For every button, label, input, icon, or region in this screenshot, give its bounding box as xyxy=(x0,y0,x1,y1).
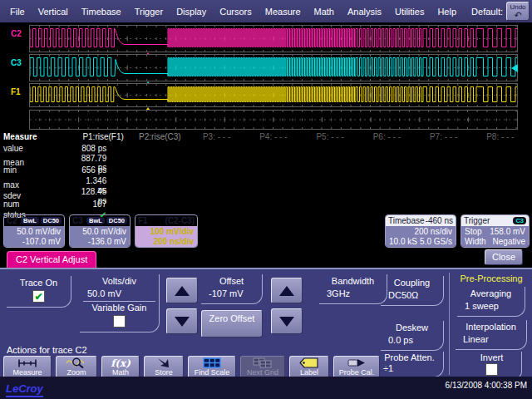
next-grid-button[interactable]: Next Grid xyxy=(240,356,285,378)
invert-group: Invert xyxy=(462,352,522,380)
volts-div-up-button[interactable] xyxy=(166,278,198,303)
probe-cal-button[interactable]: Probe Cal. xyxy=(333,356,380,378)
zoom-icon xyxy=(66,357,87,368)
measure-column-p6[interactable]: P6: - - - xyxy=(358,132,415,141)
down-arrow-icon xyxy=(175,317,190,327)
deskew-label: Deskew xyxy=(384,322,440,334)
menu-item-timebase[interactable]: Timebase xyxy=(75,4,128,19)
trigger-header: Trigger C3 xyxy=(461,215,529,226)
channel-label-f1[interactable]: F1 xyxy=(11,87,21,96)
descriptor-c2-header: C2 BwL DC50 xyxy=(4,215,64,226)
deskew-field[interactable]: 0.0 ps xyxy=(384,334,440,347)
probe-atten-field[interactable]: ÷1 xyxy=(379,363,440,374)
coupling-label: Coupling xyxy=(384,277,440,289)
trace-c2 xyxy=(30,29,517,47)
offset-up-button[interactable] xyxy=(271,278,303,303)
offset-down-button[interactable] xyxy=(271,308,303,334)
find-scale-button[interactable]: Find Scale xyxy=(188,356,236,378)
grid-strip-c3[interactable] xyxy=(29,54,518,81)
menu-item-cursors[interactable]: Cursors xyxy=(213,4,259,19)
measure-value-p1: 107 xyxy=(75,200,131,209)
menu-item-help[interactable]: Help xyxy=(431,4,463,19)
measure-row-label: num xyxy=(3,200,75,209)
trigger-level-marker-c3[interactable] xyxy=(511,64,518,72)
channel-label-c2[interactable]: C2 xyxy=(11,29,22,38)
menu-item-measure[interactable]: Measure xyxy=(259,4,308,19)
math-button[interactable]: f(x) Math xyxy=(101,356,140,378)
measure-column-p7[interactable]: P7: - - - xyxy=(416,132,472,141)
section-divider xyxy=(449,273,450,375)
interpolation-field[interactable]: Linear xyxy=(459,333,523,347)
tab-c2-vertical-adjust[interactable]: C2 Vertical Adjust xyxy=(7,251,96,268)
variable-gain-checkbox[interactable] xyxy=(113,315,126,328)
menu-item-display[interactable]: Display xyxy=(170,4,213,19)
interpolation-group: Interpolation Linear xyxy=(456,320,527,350)
timebase-per-div: 200 ns/div xyxy=(389,227,452,237)
offset-field[interactable]: -107 mV xyxy=(204,288,259,301)
measure-header-row: MeasureP1:rise(F1)P2:rise(C3)P3: - - -P4… xyxy=(3,131,529,142)
measure-column-p2[interactable]: P2:rise(C3) xyxy=(131,132,188,141)
oscilloscope-screen: FileVerticalTimebaseTriggerDisplayCursor… xyxy=(0,0,532,399)
volts-div-down-button[interactable] xyxy=(166,308,198,334)
grid-strip-empty[interactable] xyxy=(29,110,518,130)
measure-column-p3[interactable]: P3: - - - xyxy=(189,132,245,141)
volts-div-field[interactable]: 50.0 mV xyxy=(83,288,155,302)
bandwidth-group: Bandwidth 3GHz xyxy=(319,274,387,304)
measure-row-value: value808 ps xyxy=(3,142,529,153)
dc50-badge: DC50 xyxy=(106,217,127,224)
lecroy-logo: LeCroy xyxy=(6,382,43,397)
volts-div-spinner xyxy=(166,278,198,339)
timebase-rate: 5.0 GS/s xyxy=(420,237,452,247)
c3-volts-per-div: 50.0 mV/div xyxy=(73,227,126,237)
menu-item-file[interactable]: File xyxy=(3,4,32,19)
measure-icon xyxy=(17,357,38,368)
measure-button[interactable]: Measure xyxy=(3,356,52,378)
measure-row-sdev: sdev128.45 ps xyxy=(3,187,529,198)
waveform-display[interactable]: C2C3F1 xyxy=(0,22,532,131)
bwl-badge: BwL xyxy=(21,217,39,224)
measure-column-p1[interactable]: P1:rise(F1) xyxy=(75,132,131,141)
probe-atten-label: Probe Atten. xyxy=(379,352,440,363)
label-button[interactable]: Label xyxy=(289,356,329,378)
next-grid-icon xyxy=(253,357,273,368)
measure-value-p1: 656 ps xyxy=(75,165,131,175)
averaging-field[interactable]: 1 sweep xyxy=(461,300,521,313)
undo-button[interactable]: Undo ↶ xyxy=(506,2,530,21)
descriptor-trigger[interactable]: Trigger C3 Stop 158.0 mV Width Negative xyxy=(461,214,530,248)
undo-arrow-icon: ↶ xyxy=(514,11,521,19)
menu-item-math[interactable]: Math xyxy=(308,4,341,19)
volts-div-group: Volts/div 50.0 mV Variable Gain xyxy=(80,274,160,332)
menu-item-trigger[interactable]: Trigger xyxy=(128,4,170,19)
descriptor-timebase[interactable]: Timebase -460 ns 200 ns/div 10.0 kS 5.0 … xyxy=(385,214,456,248)
menu-item-vertical[interactable]: Vertical xyxy=(32,4,75,19)
descriptor-c2[interactable]: C2 BwL DC50 50.0 mV/div -107.0 mV xyxy=(3,214,65,248)
menu-item-utilities[interactable]: Utilities xyxy=(388,4,431,19)
channel-label-c3[interactable]: C3 xyxy=(11,58,22,67)
store-button[interactable]: Store xyxy=(144,356,184,378)
trigger-source-badge: C3 xyxy=(513,217,526,224)
measure-column-p8[interactable]: P8: - - - xyxy=(472,132,529,141)
measure-row-num: num107 xyxy=(3,198,529,209)
bwl-badge: BwL xyxy=(86,217,105,224)
descriptor-c3[interactable]: C3 BwL DC50 50.0 mV/div -136.0 mV xyxy=(69,214,131,248)
descriptor-f1[interactable]: F1 (C2-C3) 100 mV/div 200 ns/div xyxy=(135,214,198,248)
coupling-field[interactable]: DC50Ω xyxy=(384,289,440,303)
bandwidth-label: Bandwidth xyxy=(323,275,383,288)
trace-on-checkbox[interactable]: ✔ xyxy=(32,290,45,303)
coupling-group: Coupling DC50Ω xyxy=(381,276,444,306)
trigger-level: 158.0 mV xyxy=(490,227,525,237)
invert-checkbox[interactable] xyxy=(485,363,498,376)
menu-item-analysis[interactable]: Analysis xyxy=(341,4,388,19)
bandwidth-field[interactable]: 3GHz xyxy=(323,288,383,301)
f1-time-per-div: 200 ns/div xyxy=(139,237,194,247)
zero-offset-button[interactable]: Zero Offset xyxy=(201,310,263,337)
zoom-button[interactable]: Zoom xyxy=(56,356,97,378)
descriptor-c3-header: C3 BwL DC50 xyxy=(70,215,130,226)
grid-strip-f1[interactable] xyxy=(29,83,518,107)
store-icon xyxy=(155,357,173,368)
measure-column-p5[interactable]: P5: - - - xyxy=(302,132,358,141)
close-button[interactable]: Close xyxy=(485,249,523,265)
measure-column-p4[interactable]: P4: - - - xyxy=(245,132,302,141)
dc50-badge: DC50 xyxy=(41,217,62,224)
grid-strip-c2[interactable] xyxy=(29,25,518,52)
